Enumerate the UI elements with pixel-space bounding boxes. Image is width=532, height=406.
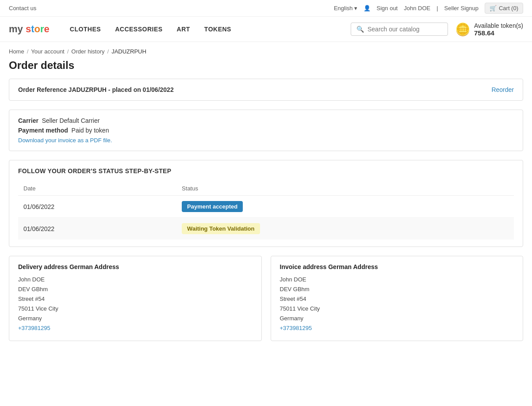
address-row: Delivery address German Address John DOE… [9,256,523,341]
payment-method-row: Payment method Paid by token [18,127,514,134]
invoice-company: DEV GBhm [280,286,310,292]
payment-method-label: Payment method [18,127,68,134]
logo-my: my [9,23,26,34]
order-info-card: Carrier Seller Default Carrier Payment m… [9,110,523,151]
language-label: English [334,5,353,11]
logo-t: t [31,23,34,34]
delivery-street: Street #54 [18,296,45,302]
order-reference-text: Order Reference JADUZRPUH - placed on 01… [18,86,174,93]
nav-clothes[interactable]: CLOTHES [63,21,108,37]
search-icon: 🔍 [356,26,364,33]
search-box[interactable]: 🔍 [351,23,448,36]
payment-accepted-badge: Payment accepted [182,201,243,212]
token-info: Available token(s) 758.64 [474,22,523,37]
breadcrumb-your-account[interactable]: Your account [31,48,64,55]
payment-method-value: Paid by token [72,127,109,134]
carrier-label: Carrier [18,117,38,124]
carrier-value: Seller Default Carrier [42,117,100,124]
tokens-display: 🪙 Available token(s) 758.64 [455,22,523,37]
delivery-city: 75011 Vice City [18,305,58,312]
breadcrumb: Home / Your account / Order history / JA… [0,42,532,57]
invoice-city: 75011 Vice City [280,305,320,312]
logo[interactable]: my store [9,23,50,35]
status-date-1: 01/06/2022 [18,196,176,218]
status-date-2: 01/06/2022 [18,218,176,240]
top-bar-right: English ▾ 👤 Sign out John DOE | Seller S… [334,3,523,14]
breadcrumb-order-history[interactable]: Order history [71,48,104,55]
invoice-address-heading: Invoice address German Address [280,263,514,270]
invoice-address-card: Invoice address German Address John DOE … [271,256,524,341]
cart-label: Cart (0) [499,5,518,11]
breadcrumb-order-id: JADUZRPUH [111,48,146,55]
invoice-download-link[interactable]: Download your invoice as a PDF file. [18,137,112,144]
invoice-name: John DOE [280,276,306,283]
seller-signup-link[interactable]: Seller Signup [444,5,478,11]
delivery-company: DEV GBhm [18,286,48,292]
cart-button[interactable]: 🛒 Cart (0) [485,3,523,14]
order-reference-card: Order Reference JADUZRPUH - placed on 01… [9,79,523,101]
delivery-address-details: John DOE DEV GBhm Street #54 75011 Vice … [18,275,253,334]
delivery-name: John DOE [18,276,45,283]
page-title: Order details [0,57,532,79]
sign-out-link[interactable]: Sign out [377,5,398,11]
logo-s: s [26,23,31,34]
search-area: 🔍 🪙 Available token(s) 758.64 [351,22,523,37]
token-amount: 758.64 [474,29,523,37]
contact-us-link[interactable]: Contact us [9,5,36,11]
top-bar: Contact us English ▾ 👤 Sign out John DOE… [0,0,532,17]
status-badge-waiting: Waiting Token Validation [176,218,514,240]
breadcrumb-sep-1: / [27,48,29,55]
main-nav: CLOTHES ACCESSORIES ART TOKENS [63,21,238,37]
token-icon: 🪙 [455,22,471,37]
status-heading: FOLLOW YOUR ORDER'S STATUS STEP-BY-STEP [18,167,514,175]
order-ref-row: Order Reference JADUZRPUH - placed on 01… [18,86,514,93]
carrier-row: Carrier Seller Default Carrier [18,117,514,124]
user-name: John DOE [404,5,430,11]
col-status: Status [176,182,514,196]
invoice-country: Germany [280,315,303,322]
language-selector[interactable]: English ▾ [334,5,357,11]
delivery-country: Germany [18,315,42,322]
nav-tokens[interactable]: TOKENS [197,21,238,37]
logo-r: r [40,23,44,34]
status-table: Date Status 01/06/2022 Payment accepted … [18,182,514,239]
invoice-street: Street #54 [280,296,306,302]
delivery-address-heading: Delivery address German Address [18,263,253,270]
breadcrumb-sep-2: / [67,48,69,55]
logo-o: o [34,23,40,34]
waiting-token-badge: Waiting Token Validation [182,223,260,234]
reorder-link[interactable]: Reorder [491,86,514,93]
search-input[interactable] [367,26,442,33]
invoice-phone: +373981295 [280,325,312,331]
col-date: Date [18,182,176,196]
status-badge-payment: Payment accepted [176,196,514,218]
chevron-down-icon: ▾ [354,5,357,11]
delivery-phone: +373981295 [18,325,50,331]
delivery-address-card: Delivery address German Address John DOE… [9,256,262,341]
header: my store CLOTHES ACCESSORIES ART TOKENS … [0,17,532,42]
table-row: 01/06/2022 Waiting Token Validation [18,218,514,240]
status-tracking-card: FOLLOW YOUR ORDER'S STATUS STEP-BY-STEP … [9,160,523,247]
main-content: Order Reference JADUZRPUH - placed on 01… [0,79,532,341]
breadcrumb-sep-3: / [107,48,109,55]
table-row: 01/06/2022 Payment accepted [18,196,514,218]
token-label: Available token(s) [474,22,523,29]
invoice-address-details: John DOE DEV GBhm Street #54 75011 Vice … [280,275,514,334]
nav-accessories[interactable]: ACCESSORIES [108,21,169,37]
logo-e: e [44,23,50,34]
nav-art[interactable]: ART [170,21,197,37]
breadcrumb-home[interactable]: Home [9,48,24,55]
user-icon: 👤 [364,5,371,11]
separator: | [436,5,438,11]
cart-icon: 🛒 [490,5,497,11]
